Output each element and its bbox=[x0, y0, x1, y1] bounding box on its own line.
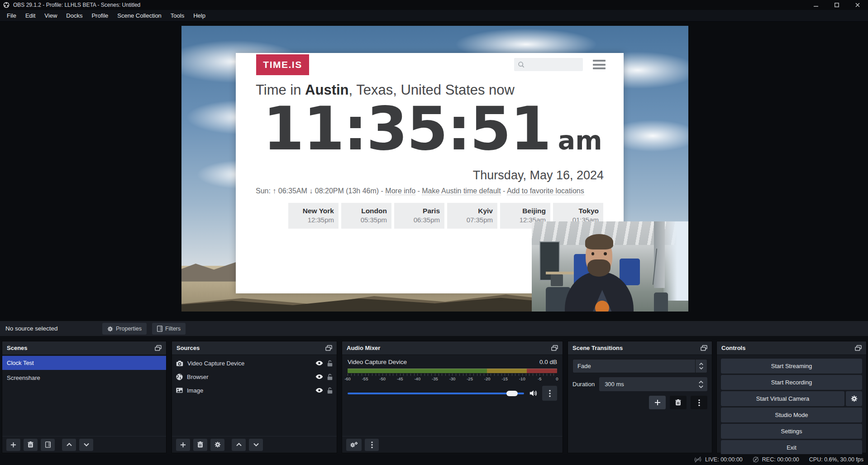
preview-area: TIME.IS Time in Austin, Texas, United St… bbox=[0, 22, 868, 321]
source-properties-button[interactable] bbox=[210, 439, 224, 451]
record-off-icon bbox=[753, 456, 759, 463]
mixer-menu-button[interactable] bbox=[365, 439, 379, 451]
visibility-eye-icon[interactable] bbox=[315, 374, 323, 379]
rec-status: REC: 00:00:00 bbox=[753, 456, 799, 463]
city-time-box: Kyiv07:35pm bbox=[447, 203, 497, 229]
menu-edit[interactable]: Edit bbox=[21, 10, 40, 21]
menu-bar: File Edit View Docks Profile Scene Colle… bbox=[0, 10, 868, 22]
scenes-dock: Scenes Clock Test Screenshare bbox=[2, 341, 167, 453]
plus-icon bbox=[180, 442, 186, 448]
filters-button[interactable]: Filters bbox=[152, 323, 186, 335]
source-item-image[interactable]: Image bbox=[172, 384, 337, 397]
meter-scale: -60 -55 -50 -45 -40 -35 -30 -25 -20 -15 … bbox=[348, 376, 557, 382]
menu-tools[interactable]: Tools bbox=[166, 10, 189, 21]
make-default-link: Make Austin time default bbox=[422, 187, 501, 195]
remove-source-button[interactable] bbox=[193, 439, 207, 451]
advanced-audio-button[interactable] bbox=[346, 439, 362, 451]
move-source-down-button[interactable] bbox=[249, 439, 263, 451]
popout-icon[interactable] bbox=[155, 345, 162, 351]
obs-logo-icon bbox=[3, 2, 10, 8]
transitions-dock-title: Scene Transitions bbox=[572, 345, 623, 351]
source-item-video-capture[interactable]: Video Capture Device bbox=[172, 356, 337, 370]
scene-preview-canvas[interactable]: TIME.IS Time in Austin, Texas, United St… bbox=[181, 26, 688, 312]
speaker-icon[interactable] bbox=[529, 390, 537, 397]
chevron-up-icon bbox=[236, 443, 242, 446]
lock-icon[interactable] bbox=[327, 374, 333, 380]
virtual-camera-config-button[interactable] bbox=[846, 391, 862, 406]
volume-meter bbox=[348, 369, 557, 373]
duration-input[interactable]: 300 ms bbox=[599, 377, 707, 391]
start-virtual-camera-button[interactable]: Start Virtual Camera bbox=[721, 391, 844, 406]
popout-icon[interactable] bbox=[325, 345, 332, 351]
scene-item-clock-test[interactable]: Clock Test bbox=[2, 356, 166, 370]
add-scene-button[interactable] bbox=[6, 439, 20, 451]
menu-file[interactable]: File bbox=[2, 10, 21, 21]
menu-scene-collection[interactable]: Scene Collection bbox=[113, 10, 166, 21]
remove-scene-button[interactable] bbox=[24, 439, 38, 451]
source-status-text: No source selected bbox=[5, 321, 58, 336]
sources-dock-title: Sources bbox=[176, 345, 200, 351]
scene-transitions-dock: Scene Transitions Fade Duration 300 ms bbox=[568, 341, 712, 453]
volume-slider-handle[interactable] bbox=[506, 391, 518, 396]
volume-slider[interactable] bbox=[348, 388, 524, 399]
spinner-arrows[interactable] bbox=[699, 377, 703, 391]
menu-docks[interactable]: Docks bbox=[62, 10, 87, 21]
search-icon bbox=[518, 61, 525, 68]
chevron-down-icon bbox=[84, 443, 89, 446]
more-info-link: More info bbox=[385, 187, 415, 195]
visibility-eye-icon[interactable] bbox=[315, 388, 323, 393]
popout-icon[interactable] bbox=[855, 345, 862, 351]
chevron-up-icon bbox=[67, 443, 72, 446]
controls-dock: Controls Start Streaming Start Recording… bbox=[716, 341, 867, 453]
minimize-button[interactable] bbox=[806, 0, 826, 10]
transition-menu-button[interactable] bbox=[691, 396, 707, 409]
move-source-up-button[interactable] bbox=[232, 439, 246, 451]
lock-icon[interactable] bbox=[327, 387, 333, 394]
search-input bbox=[514, 58, 583, 71]
move-scene-up-button[interactable] bbox=[62, 439, 76, 451]
plus-icon bbox=[10, 442, 16, 448]
remove-transition-button[interactable] bbox=[670, 396, 687, 409]
add-source-button[interactable] bbox=[176, 439, 190, 451]
double-gear-icon bbox=[350, 441, 358, 448]
start-streaming-button[interactable]: Start Streaming bbox=[721, 359, 862, 374]
popout-icon[interactable] bbox=[551, 345, 558, 351]
chevron-down-icon bbox=[253, 443, 259, 446]
transition-select[interactable]: Fade bbox=[572, 359, 707, 373]
plus-icon bbox=[654, 399, 661, 406]
lock-icon[interactable] bbox=[327, 360, 333, 367]
visibility-eye-icon[interactable] bbox=[315, 360, 323, 366]
add-transition-button[interactable] bbox=[649, 396, 666, 409]
audio-mixer-dock-title: Audio Mixer bbox=[347, 345, 380, 351]
kebab-menu-icon bbox=[371, 441, 373, 448]
scene-item-screenshare[interactable]: Screenshare bbox=[2, 371, 166, 385]
menu-help[interactable]: Help bbox=[189, 10, 210, 21]
start-recording-button[interactable]: Start Recording bbox=[721, 375, 862, 390]
gear-icon bbox=[851, 395, 858, 402]
chevron-down-icon bbox=[699, 367, 703, 369]
select-arrows bbox=[695, 360, 707, 373]
menu-profile[interactable]: Profile bbox=[87, 10, 113, 21]
timeis-logo: TIME.IS bbox=[256, 54, 309, 75]
cpu-fps-status: CPU: 0.6%, 30.00 fps bbox=[809, 456, 863, 463]
add-favorite-link: Add to favorite locations bbox=[507, 187, 584, 195]
globe-icon bbox=[176, 374, 183, 380]
properties-button[interactable]: Properties bbox=[102, 323, 147, 335]
scenes-dock-title: Scenes bbox=[7, 345, 28, 351]
settings-button[interactable]: Settings bbox=[721, 424, 862, 439]
channel-menu-button[interactable] bbox=[542, 386, 557, 401]
filter-icon bbox=[157, 326, 162, 332]
maximize-button[interactable] bbox=[826, 0, 847, 10]
exit-button[interactable]: Exit bbox=[721, 440, 862, 455]
trash-icon bbox=[28, 441, 33, 448]
status-bar: LIVE: 00:00:00 REC: 00:00:00 CPU: 0.6%, … bbox=[0, 454, 868, 465]
studio-mode-button[interactable]: Studio Mode bbox=[721, 407, 862, 422]
popout-icon[interactable] bbox=[701, 345, 707, 351]
obs-window: OBS 29.1.2 - Profile: LLHLS BETA - Scene… bbox=[0, 0, 868, 465]
scene-filters-button[interactable] bbox=[41, 439, 55, 451]
move-scene-down-button[interactable] bbox=[79, 439, 93, 451]
date-display: Thursday, May 16, 2024 bbox=[473, 168, 604, 182]
source-item-browser[interactable]: Browser bbox=[172, 370, 337, 384]
close-button[interactable] bbox=[847, 0, 868, 10]
menu-view[interactable]: View bbox=[40, 10, 62, 21]
